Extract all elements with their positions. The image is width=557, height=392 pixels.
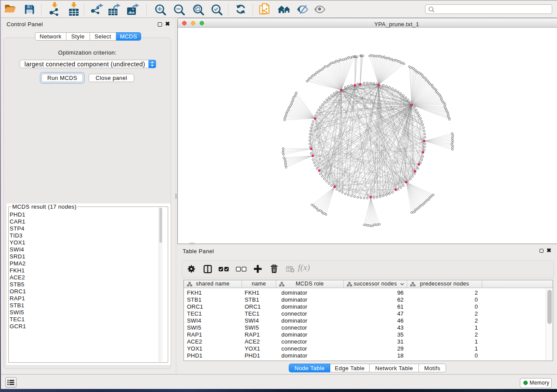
svg-text:f(x): f(x) <box>298 264 310 272</box>
